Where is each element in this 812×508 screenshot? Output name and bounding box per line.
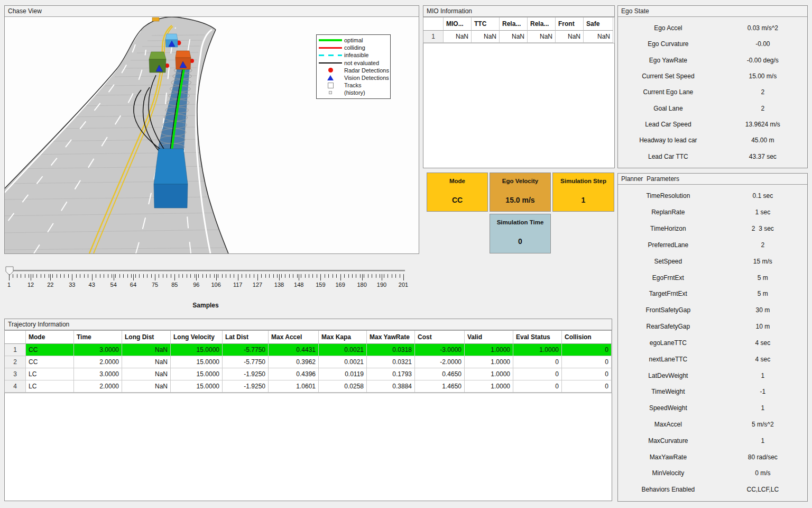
ruler-major-tick: [340, 274, 341, 280]
ruler-minor-tick: [190, 274, 191, 278]
column-header: Max Kapa: [319, 331, 367, 344]
legend-label: infeasible: [344, 52, 368, 58]
column-header: Mode: [26, 331, 74, 344]
ruler-major-tick: [196, 274, 197, 280]
table-row[interactable]: 1NaNNaNNaNNaNNaNNaN: [423, 31, 614, 43]
ruler-minor-tick: [80, 274, 80, 278]
ruler-minor-tick: [52, 274, 53, 278]
ruler-minor-tick: [115, 274, 116, 278]
ruler-tick-label: 159: [316, 282, 325, 288]
parameter-label: TimeHorizon: [618, 225, 718, 232]
parameter-row: MaxAccel5 m/s^2: [618, 421, 807, 428]
ruler-tick-label: 106: [211, 282, 220, 288]
table-row[interactable]: 4LC2.0000NaN15.0000-1.92501.06010.02580.…: [5, 380, 612, 393]
table-cell: 0: [562, 344, 612, 356]
ruler-tick-label: 96: [193, 282, 199, 288]
ruler-minor-tick: [356, 274, 356, 278]
ruler-minor-tick: [64, 274, 64, 278]
parameter-row: Ego Accel0.03 m/s^2: [618, 24, 807, 32]
column-header: Eval Status: [513, 331, 562, 344]
table-cell: 1.0601: [269, 380, 319, 393]
parameter-value: 13.9624 m/s: [718, 121, 807, 128]
ruler-tick-label: 138: [274, 282, 284, 288]
parameter-row: SpeedWeight1: [618, 404, 807, 412]
legend-item: optimal: [317, 37, 390, 44]
ruler-major-tick: [216, 274, 217, 280]
table-cell: CC: [26, 356, 74, 368]
history-legend-icon: [317, 91, 344, 94]
ruler-minor-tick: [76, 274, 77, 278]
legend-label: Vision Detections: [344, 75, 389, 81]
table-cell: 0.3884: [367, 380, 415, 393]
legend-label: (history): [344, 89, 365, 96]
ruler-minor-tick: [88, 274, 88, 278]
ruler-minor-tick: [289, 274, 290, 278]
parameter-label: MaxCurvature: [618, 437, 718, 444]
table-cell: 15.0000: [171, 344, 223, 356]
planner-parameters-panel: Planner Parameters TimeResolution0.1 sec…: [617, 173, 808, 502]
parameter-value: 15 m/s: [718, 258, 807, 265]
legend-item: infeasible: [317, 51, 390, 59]
parameter-row: nextLaneTTC4 sec: [618, 356, 807, 363]
ruler-minor-tick: [269, 274, 270, 278]
parameter-value: 1: [718, 437, 807, 444]
table-cell: 0: [562, 368, 612, 380]
column-header: Rela...: [500, 17, 528, 31]
ruler-minor-tick: [312, 274, 313, 278]
parameter-label: RearSafetyGap: [618, 323, 718, 330]
parameter-label: Ego YawRate: [618, 57, 718, 64]
row-number-cell: 2: [5, 356, 26, 368]
table-cell: NaN: [122, 368, 171, 380]
trajectory-information-panel: Trajectory Information ModeTimeLong Dist…: [4, 319, 612, 501]
column-header: Long Dist: [122, 331, 171, 344]
ruler-minor-tick: [392, 274, 392, 278]
column-header: Max YawRate: [367, 331, 415, 344]
ruler-major-tick: [299, 274, 299, 280]
table-cell: 0.0021: [319, 344, 367, 356]
legend-item: Radar Detections: [317, 67, 390, 74]
trajectory-information-title: Trajectory Information: [5, 319, 612, 330]
column-header: Long Velocity: [171, 331, 223, 344]
ruler-minor-tick: [198, 274, 199, 278]
row-number-cell: 4: [5, 380, 26, 393]
parameter-row: Goal Lane2: [618, 105, 807, 112]
ruler-minor-tick: [254, 274, 254, 278]
ego-velocity-value: 15.0 m/s: [490, 196, 550, 204]
ruler-minor-tick: [328, 274, 329, 278]
table-row[interactable]: 1CC3.0000NaN15.0000-5.77500.44310.00210.…: [5, 344, 612, 356]
ruler-minor-tick: [246, 274, 246, 278]
ruler-minor-tick: [281, 274, 282, 278]
parameter-row: Current Set Speed15.00 m/s: [618, 72, 807, 80]
parameter-row: PreferredLane2: [618, 241, 807, 249]
table-cell: 3.0000: [74, 368, 122, 380]
table-row[interactable]: 3LC3.0000NaN15.0000-1.92500.43960.01190.…: [5, 368, 612, 380]
ruler-minor-tick: [301, 274, 301, 278]
parameter-row: Headway to lead car45.00 m: [618, 137, 807, 144]
parameter-value: 15.00 m/s: [718, 72, 807, 80]
ruler-minor-tick: [41, 274, 41, 278]
ruler-minor-tick: [372, 274, 372, 278]
parameter-label: LatDevWeight: [618, 372, 718, 379]
table-cell: NaN: [444, 31, 472, 43]
parameter-label: TargetFrntExt: [618, 290, 718, 297]
slider-track[interactable]: [7, 270, 405, 273]
parameter-value: 0 m/s: [718, 469, 807, 477]
ruler-major-tick: [382, 274, 382, 280]
ruler-minor-tick: [60, 274, 61, 278]
table-row[interactable]: 2CC2.0000NaN15.0000-5.77500.39620.00210.…: [5, 356, 612, 368]
ruler-minor-tick: [352, 274, 353, 278]
radar-legend-icon: [317, 68, 344, 72]
ruler-minor-tick: [96, 274, 96, 278]
parameter-label: Ego Accel: [618, 24, 718, 32]
ruler-minor-tick: [317, 274, 317, 278]
mode-value: CC: [427, 196, 487, 204]
table-cell: 0.4431: [269, 344, 319, 356]
parameter-value: 2: [718, 88, 807, 96]
ruler-major-tick: [50, 274, 51, 280]
column-header: Rela...: [528, 17, 556, 31]
noteval-legend-icon: [317, 62, 344, 64]
ruler-major-tick: [155, 274, 155, 280]
ruler-minor-tick: [333, 274, 333, 278]
parameter-row: ReplanRate1 sec: [618, 208, 807, 216]
table-cell: 0.0021: [319, 356, 367, 368]
